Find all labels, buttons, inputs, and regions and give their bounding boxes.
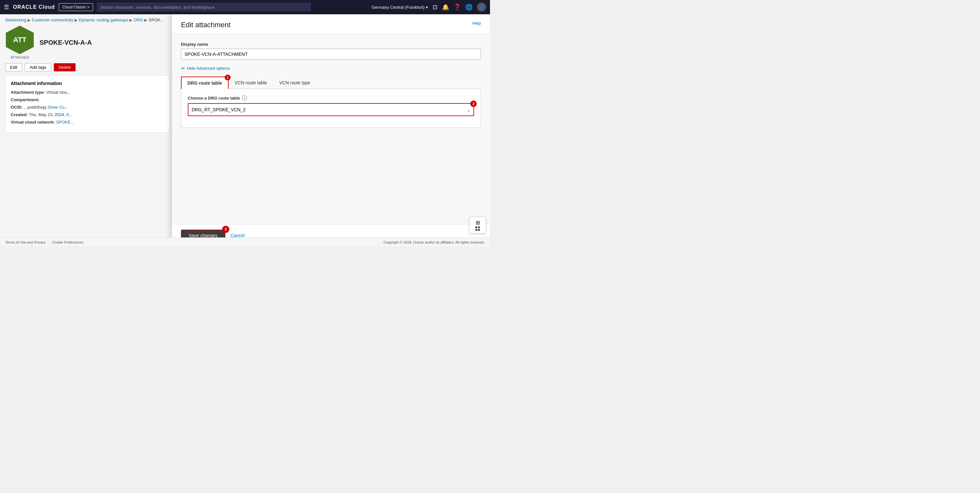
cookies-link[interactable]: Cookie Preferences [52,240,83,244]
globe-icon[interactable]: 🌐 [465,3,473,11]
action-buttons: Edit Add tags Delete [0,63,175,75]
help-dot-2 [478,226,480,228]
background-page: Networking ▶ Customer connectivity ▶ Dyn… [0,14,175,247]
modal-body: Display name ⇌ Hide Advanced options DRG… [172,34,490,224]
breadcrumb-drg[interactable]: Dynamic routing gateways [79,17,128,22]
screen-icon[interactable]: ⊡ [433,3,438,11]
hamburger-icon[interactable]: ☰ [4,3,9,11]
search-input[interactable] [97,3,311,12]
bottom-left: Terms of Use and Privacy Cookie Preferen… [5,240,89,244]
help-dot-1 [476,226,477,228]
resource-header: ATT ATTACHED SPOKE-VCN-A-A [0,25,175,63]
drg-route-label: Choose a DRG route table i [188,95,474,100]
resource-name: SPOKE-VCN-A-A [40,39,170,46]
ocid-row: OCID: ...yoldi3tvqq Show Co... [11,105,164,110]
help-link[interactable]: Help [472,21,481,25]
resource-info: SPOKE-VCN-A-A [40,39,170,46]
help-widget[interactable]: ⊞ [469,217,486,234]
save-badge: 3 [222,226,229,233]
cloud-classic-button[interactable]: Cloud Classic > [59,3,93,11]
created-row: Created: Thu, May 23, 2024, 0... [11,112,164,117]
terms-link[interactable]: Terms of Use and Privacy [5,240,46,244]
help-widget-grid [476,226,480,231]
tab-vcn-route-type[interactable]: VCN route type [273,76,317,89]
breadcrumb-sep1: ▶ [27,18,30,22]
breadcrumb-networking[interactable]: Networking [5,17,26,22]
sliders-icon: ⇌ [181,65,185,71]
help-dot-4 [478,229,480,231]
bottom-bar: Terms of Use and Privacy Cookie Preferen… [0,237,490,247]
display-name-group: Display name [181,42,481,60]
advanced-options-link[interactable]: ⇌ Hide Advanced options [181,65,481,71]
help-widget-icon: ⊞ [476,219,480,226]
breadcrumb-customer-connectivity[interactable]: Customer connectivity [32,17,73,22]
help-dot-3 [476,229,477,231]
breadcrumb-sep3: ▶ [129,18,132,22]
ocid-show-link[interactable]: Show [47,105,58,110]
vcn-link[interactable]: SPOKE... [56,120,74,124]
info-panel-title: Attachment information [11,81,164,86]
vcn-row: Virtual cloud network: SPOKE... [11,120,164,124]
breadcrumb: Networking ▶ Customer connectivity ▶ Dyn… [0,14,175,25]
avatar[interactable]: 👤 [477,3,486,12]
modal-header: Edit attachment Help [172,14,490,34]
drg-route-badge: 2 [470,100,477,107]
attachment-type-row: Attachment type: Virtual clou... [11,90,164,95]
tab-vcn-route-table[interactable]: VCN route table [229,76,274,89]
drg-route-info-icon[interactable]: i [242,95,247,100]
nav-right: Germany Central (Frankfurt) ▾ ⊡ 🔔 ❓ 🌐 👤 [372,3,486,12]
tabs-container: DRG route table 1 VCN route table VCN ro… [181,76,481,128]
delete-button[interactable]: Delete [54,63,76,72]
info-panel: Attachment information Attachment type: … [5,75,170,133]
display-name-label: Display name [181,42,481,47]
bell-icon[interactable]: 🔔 [442,3,449,11]
drg-route-select[interactable]: DRG_RT_SPOKE_VCN_2 [188,104,474,116]
ocid-copy-link[interactable]: Co... [59,105,68,110]
edit-button[interactable]: Edit [5,63,22,72]
copyright: Copyright © 2024, Oracle and/or its affi… [383,240,485,244]
add-tags-button[interactable]: Add tags [25,63,51,72]
help-icon[interactable]: ❓ [454,3,461,11]
tab-drg-route-table[interactable]: DRG route table 1 [181,76,229,89]
breadcrumb-drg-link[interactable]: DRG [134,17,143,22]
display-name-input[interactable] [181,49,481,60]
edit-attachment-modal: Edit attachment Help Display name ⇌ Hide… [172,14,490,247]
modal-title: Edit attachment [181,21,231,29]
breadcrumb-sep4: ▶ [144,18,147,22]
oracle-logo: ORACLE Cloud [13,4,55,10]
resource-icon: ATT ATTACHED [5,25,34,59]
breadcrumb-current: SPOK... [148,17,164,22]
breadcrumb-sep2: ▶ [75,18,78,22]
drg-route-select-wrapper: DRG_RT_SPOKE_VCN_2 2 ⌄ [188,103,474,116]
region-selector[interactable]: Germany Central (Frankfurt) ▾ [372,5,428,10]
tab-content-drg: Choose a DRG route table i DRG_RT_SPOKE_… [181,89,481,128]
compartment-row: Compartment: [11,97,164,102]
top-nav: ☰ ORACLE Cloud Cloud Classic > Germany C… [0,0,490,14]
tabs: DRG route table 1 VCN route table VCN ro… [181,76,481,89]
